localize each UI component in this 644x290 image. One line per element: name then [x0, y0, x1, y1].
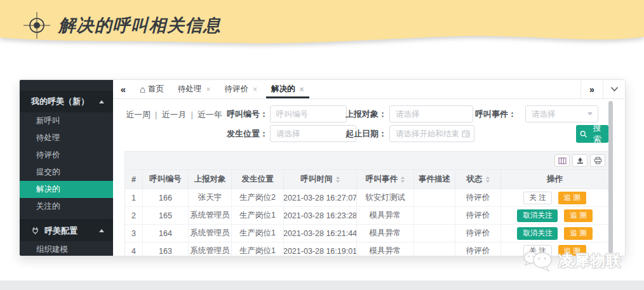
table-row: 3 164 系统管理员 生产岗位1 2021-03-28 16:21:44 模具… [125, 225, 608, 242]
range-year-link[interactable]: 近一年 [198, 110, 222, 119]
cell-description [414, 225, 455, 242]
close-icon[interactable]: × [300, 86, 304, 93]
close-icon[interactable]: × [253, 86, 257, 93]
chevron-down-icon [610, 86, 619, 92]
cell-index: 4 [125, 242, 143, 256]
column-settings-button[interactable] [554, 154, 570, 167]
vertical-scrollbar[interactable] [608, 101, 613, 253]
table-toolbar [125, 152, 608, 170]
home-icon: ⌂ [140, 84, 145, 94]
sidebar-item-followed[interactable]: 关注的 [20, 198, 113, 215]
cell-call-no: 166 [143, 189, 189, 206]
column-label: 操作 [547, 174, 563, 185]
sidebar-group-my-calls[interactable]: 我的呼美（新） [20, 91, 113, 112]
tab-pending[interactable]: 待处理 × [171, 80, 217, 98]
collapse-arrow-icon[interactable] [99, 229, 104, 232]
footer-strip [0, 280, 644, 290]
export-button[interactable] [572, 154, 587, 167]
app-window: 我的呼美（新） 新呼叫 待处理 待评价 提交的 解决的 关注的 呼美配置 组织建… [19, 79, 626, 256]
call-no-label: 呼叫编号： [226, 105, 268, 122]
cell-time: 2021-03-28 16:21:44 [284, 225, 357, 242]
chat-bubbles-logo [522, 247, 555, 274]
follow-button[interactable]: 关 注 [523, 192, 551, 204]
column-label: 上报对象 [194, 174, 226, 185]
range-week-link[interactable]: 近一周 [126, 110, 151, 119]
screenshot-stage: 解决的呼叫相关信息 我的呼美（新） 新呼叫 待处理 待评价 提交的 解决的 关注… [0, 0, 644, 290]
trace-button[interactable]: 追 溯 [558, 192, 586, 204]
sort-icon[interactable] [401, 176, 405, 183]
trace-button[interactable]: 追 溯 [564, 209, 592, 222]
sidebar-item-to-evaluate[interactable]: 待评价 [20, 147, 113, 164]
tabs-collapse-left-icon[interactable]: « [113, 80, 133, 98]
unfollow-button[interactable]: 取消关注 [517, 209, 558, 222]
cell-index: 3 [125, 225, 143, 242]
column-header-reporter: 上报对象 [189, 170, 232, 188]
close-icon[interactable]: × [206, 86, 211, 93]
column-header-actions: 操作 [501, 170, 608, 188]
report-target-select[interactable] [389, 105, 473, 122]
sidebar-item-pending[interactable]: 待处理 [20, 129, 113, 147]
range-month-link[interactable]: 近一月 [161, 110, 186, 119]
table-row: 1 166 张天宇 生产岗位2 2021-03-28 16:27:07 软安灯测… [125, 189, 608, 207]
cell-index: 1 [125, 189, 143, 206]
column-header-time: 呼叫时间 [284, 170, 357, 188]
calls-table: # 呼叫编号 上报对象 发生位置 呼叫时间 呼叫事件 事件描述 状态 操作 1 … [124, 151, 609, 256]
cell-time: 2021-03-28 16:27:07 [284, 189, 357, 206]
column-header-index: # [125, 170, 143, 188]
sidebar-item-submitted[interactable]: 提交的 [20, 164, 113, 181]
cell-event: 模具异常 [357, 207, 414, 224]
cell-status: 待评价 [455, 189, 501, 206]
quick-range-links: 近一周|近一月|近一年 [126, 109, 222, 121]
plug-icon [31, 227, 39, 235]
sort-icon[interactable] [486, 176, 490, 183]
cell-event: 软安灯测试 [357, 189, 414, 206]
column-label: 发生位置 [242, 174, 274, 185]
cell-reporter: 张天宇 [189, 189, 232, 206]
cell-reporter: 系统管理员 [189, 207, 232, 224]
cell-time: 2021-03-28 16:23:28 [284, 207, 357, 224]
search-button[interactable]: 搜索 [576, 125, 608, 143]
unfollow-button[interactable]: 取消关注 [517, 227, 558, 240]
sidebar-item-org-modeling[interactable]: 组织建模 [20, 241, 113, 256]
sidebar: 我的呼美（新） 新呼叫 待处理 待评价 提交的 解决的 关注的 呼美配置 组织建… [20, 80, 113, 256]
search-button-label: 搜索 [590, 122, 605, 145]
report-target-label: 上报对象： [345, 105, 387, 122]
sidebar-group-config[interactable]: 呼美配置 [20, 220, 113, 241]
location-select[interactable] [270, 125, 356, 142]
print-icon [594, 157, 602, 164]
cell-call-no: 164 [143, 225, 189, 242]
sidebar-item-new-call[interactable]: 新呼叫 [20, 112, 113, 129]
call-event-select[interactable] [525, 105, 598, 122]
tab-resolved[interactable]: 解决的 × [265, 80, 311, 98]
cell-location: 生产岗位2 [232, 189, 284, 206]
column-label: 呼叫事件 [366, 174, 398, 185]
collapse-arrow-icon[interactable] [99, 100, 104, 103]
column-header-location: 发生位置 [232, 170, 284, 188]
cell-location: 生产岗位1 [232, 207, 284, 224]
tab-label: 待处理 [178, 84, 202, 95]
column-label: 呼叫编号 [150, 174, 182, 185]
cell-actions: 取消关注 追 溯 [501, 225, 608, 242]
call-no-input[interactable] [270, 105, 347, 122]
column-label: # [131, 175, 136, 184]
range-separator: | [191, 110, 192, 119]
trace-button[interactable]: 追 溯 [564, 227, 592, 240]
call-event-label: 呼叫事件： [474, 105, 516, 122]
date-range-label: 起止日期： [345, 125, 387, 142]
tab-home[interactable]: ⌂ 首页 [133, 80, 170, 98]
table-header-row: # 呼叫编号 上报对象 发生位置 呼叫时间 呼叫事件 事件描述 状态 操作 [125, 170, 608, 189]
tab-to-evaluate[interactable]: 待评价 × [218, 80, 264, 98]
cell-description [414, 189, 455, 206]
page-title: 解决的呼叫相关信息 [58, 14, 222, 37]
sort-icon[interactable] [336, 176, 340, 183]
table-row: 2 165 系统管理员 生产岗位1 2021-03-28 16:23:28 模具… [125, 207, 608, 225]
sidebar-item-resolved[interactable]: 解决的 [20, 181, 113, 198]
tabs-scroll-right-icon[interactable]: » [580, 80, 603, 98]
column-header-description: 事件描述 [414, 170, 455, 188]
tabs-dropdown-icon[interactable] [603, 80, 625, 98]
cell-event: 模具异常 [357, 225, 414, 242]
print-button[interactable] [590, 154, 605, 167]
date-range-input[interactable] [389, 125, 474, 142]
cell-call-no: 165 [143, 207, 189, 224]
active-tab-underline [266, 96, 309, 98]
